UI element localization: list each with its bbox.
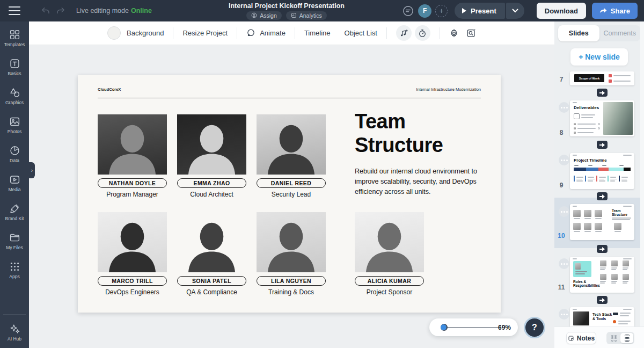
transition-button[interactable]	[597, 245, 608, 253]
member-card[interactable]: MARCO TRILL DevOps Engineers	[98, 212, 167, 296]
member-name-pill[interactable]: SONIA PATEL	[177, 276, 246, 286]
analytics-button[interactable]: Analytics	[286, 11, 327, 20]
member-role[interactable]: DevOps Engineers	[105, 288, 159, 296]
grid-view-button[interactable]	[608, 333, 620, 343]
member-card[interactable]: DANIEL REED Security Lead	[257, 114, 326, 198]
members-row-1: NATHAN DOYLE Program Manager EMMA ZHAO C…	[98, 114, 326, 198]
user-avatar[interactable]: F	[418, 4, 431, 18]
sidebar-item-graphics[interactable]: Graphics	[0, 82, 29, 111]
panel-scrollbar-gutter[interactable]	[640, 21, 644, 327]
slide-canvas[interactable]: CloudCoreX Internal Infrastructure Moder…	[78, 75, 501, 313]
redo-button[interactable]	[56, 6, 65, 16]
member-role[interactable]: Cloud Architect	[190, 191, 233, 198]
slide-description-text[interactable]: Rebuild our internal cloud environment t…	[355, 166, 487, 197]
member-photo[interactable]	[177, 212, 246, 272]
slide-menu-button[interactable]	[559, 206, 569, 217]
timeline-button[interactable]: Timeline	[304, 29, 331, 37]
member-photo[interactable]	[257, 114, 326, 175]
help-button[interactable]: ?	[524, 317, 545, 338]
member-card[interactable]: NATHAN DOYLE Program Manager	[98, 114, 167, 198]
tab-comments[interactable]: Comments	[599, 25, 641, 41]
transition-button[interactable]	[597, 89, 608, 97]
add-collaborator-button[interactable]: +	[435, 5, 448, 17]
member-name-pill[interactable]: DANIEL REED	[257, 178, 326, 188]
member-photo[interactable]	[355, 212, 424, 272]
slide-menu-button[interactable]	[559, 155, 569, 165]
slide-thumbnail-9[interactable]: Project Timeline	[570, 153, 634, 189]
member-card[interactable]: ALICIA KUMAR Project Sponsor	[355, 212, 424, 296]
slide-thumbnail-7[interactable]: Scope of Work	[570, 71, 634, 85]
member-name-pill[interactable]: MARCO TRILL	[98, 276, 167, 286]
zoom-slider-handle[interactable]	[441, 324, 447, 330]
sidebar-item-ai-hub[interactable]: AI Hub	[0, 318, 29, 347]
member-role[interactable]: Project Sponsor	[367, 288, 412, 296]
member-name-pill[interactable]: NATHAN DOYLE	[98, 178, 167, 188]
member-photo[interactable]	[98, 114, 167, 175]
image-icon	[9, 116, 20, 127]
add-music-button[interactable]	[396, 25, 412, 41]
member-role[interactable]: Program Manager	[106, 191, 158, 198]
undo-button[interactable]	[41, 6, 50, 16]
stopwatch-icon	[418, 29, 427, 38]
sidebar-item-apps[interactable]: Apps	[0, 256, 29, 285]
slide-menu-button[interactable]	[559, 102, 569, 113]
background-button[interactable]: Background	[127, 29, 164, 37]
assign-button[interactable]: Assign	[246, 11, 282, 20]
slide-thumbnail-8[interactable]: Deliverables	[570, 100, 634, 136]
tab-slides[interactable]: Slides	[558, 25, 599, 41]
transition-button[interactable]	[597, 296, 608, 304]
sidebar-item-my-files[interactable]: My Files	[0, 227, 29, 256]
slide-brand-text[interactable]: CloudCoreX	[98, 87, 121, 92]
background-color-swatch[interactable]	[107, 26, 121, 40]
member-card[interactable]: LILA NGUYEN Training & Docs	[257, 212, 326, 296]
sidebar-item-brand-kit[interactable]: Brand Kit	[0, 198, 29, 227]
list-view-button[interactable]	[620, 333, 633, 343]
slide-header-right-text[interactable]: Internal Infrastructure Modernization	[416, 87, 481, 92]
member-name-pill[interactable]: ALICIA KUMAR	[355, 276, 424, 286]
transition-button[interactable]	[597, 192, 608, 200]
resize-project-button[interactable]: Resize Project	[182, 29, 228, 37]
slide-title-text[interactable]: Team Structure	[355, 110, 478, 157]
project-title[interactable]: Internal Project Kickoff Presentation	[229, 2, 345, 10]
slide-thumbnail-10[interactable]: Team Structure	[570, 204, 634, 240]
timer-button[interactable]	[415, 25, 430, 41]
present-button[interactable]: Present	[455, 3, 505, 19]
present-options-button[interactable]	[506, 3, 524, 19]
animate-button[interactable]: Animate	[260, 29, 286, 37]
member-card[interactable]: SONIA PATEL QA & Compliance	[177, 212, 246, 296]
hamburger-menu-icon[interactable]	[9, 6, 20, 15]
sidebar-item-media[interactable]: Media	[0, 169, 29, 198]
share-button[interactable]: Share	[592, 3, 638, 19]
thumb-badge	[613, 313, 618, 315]
settings-button[interactable]	[449, 28, 459, 38]
slide-menu-button[interactable]	[559, 258, 569, 269]
editor-canvas[interactable]: CloudCoreX Internal Infrastructure Moder…	[29, 45, 554, 348]
slide-thumbnail-11[interactable]: Roles & Responsibilities	[570, 257, 634, 293]
sidebar-item-templates[interactable]: Templates	[0, 24, 29, 53]
member-role[interactable]: Training & Docs	[268, 288, 314, 296]
sidebar-item-photos[interactable]: Photos	[0, 111, 29, 140]
notes-button[interactable]: Notes	[566, 332, 596, 344]
member-photo[interactable]	[257, 212, 326, 272]
download-button[interactable]: Download	[537, 3, 586, 19]
member-name-pill[interactable]: EMMA ZHAO	[177, 178, 246, 188]
transition-button[interactable]	[597, 141, 608, 149]
comments-button[interactable]	[402, 5, 414, 17]
member-photo[interactable]	[177, 114, 246, 175]
member-card[interactable]: EMMA ZHAO Cloud Architect	[177, 114, 246, 198]
member-role[interactable]: QA & Compliance	[186, 288, 237, 296]
slide-number: 9	[555, 182, 568, 189]
member-name-pill[interactable]: LILA NGUYEN	[257, 276, 326, 286]
object-list-button[interactable]: Object List	[345, 29, 377, 37]
zoom-slider-track[interactable]	[441, 327, 501, 328]
sidebar-item-basics[interactable]: Basics	[0, 53, 29, 82]
preview-search-button[interactable]	[466, 28, 476, 38]
member-role[interactable]: Security Lead	[272, 191, 311, 198]
sidebar-item-data[interactable]: Data	[0, 140, 29, 169]
thumb-photo	[603, 102, 633, 135]
sparkles-icon	[9, 323, 20, 335]
slide-menu-button[interactable]	[559, 309, 569, 320]
new-slide-button[interactable]: + New slide	[570, 48, 628, 66]
member-photo[interactable]	[98, 212, 167, 272]
sidebar-expand-tab[interactable]: ›	[29, 162, 35, 178]
